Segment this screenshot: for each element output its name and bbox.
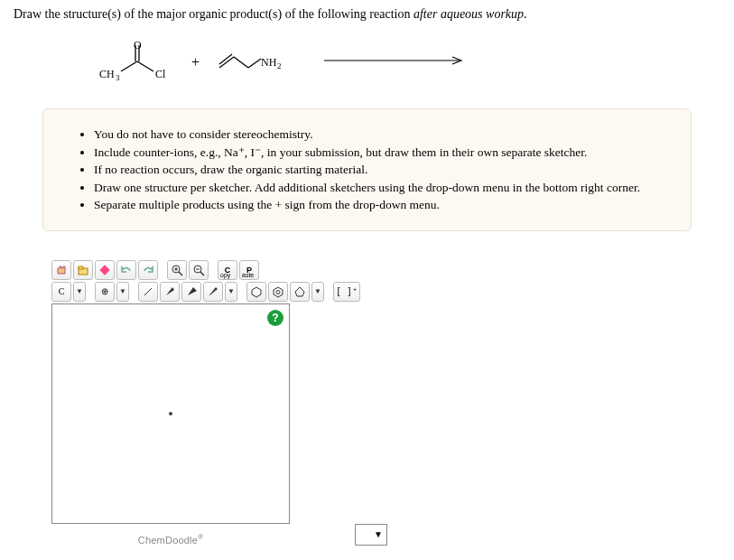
svg-text:2: 2 [277,61,282,70]
help-icon[interactable]: ? [267,310,283,326]
element-dropdown[interactable]: ▼ [73,282,86,302]
svg-text:CH: CH [99,68,115,80]
instructions-panel: You do not have to consider stereochemis… [42,108,692,231]
charge-dropdown[interactable]: ▼ [116,282,129,302]
benzene-icon[interactable] [246,282,266,302]
svg-line-4 [137,61,153,71]
svg-text:3: 3 [116,73,120,82]
chemdoodle-sketcher: Copy Paste C ▼ ⊕ ▼ ▼ ▼ [ ]⁺ ? ChemDoodle [51,260,720,546]
hash-wedge-icon[interactable] [203,282,223,302]
svg-line-10 [234,57,248,68]
drawing-canvas[interactable]: ? [51,303,290,524]
paste-button[interactable]: Paste [239,260,259,280]
svg-line-28 [209,294,211,295]
chemdoodle-brand: ChemDoodle® [51,533,290,546]
instruction-item: Include counter-ions, e.g., Na⁺, I⁻, in … [94,144,665,162]
bond-dropdown[interactable]: ▼ [225,282,237,302]
svg-line-30 [213,290,215,292]
instruction-item: You do not have to consider stereochemis… [94,126,665,144]
charge-button[interactable]: ⊕ [95,282,115,302]
reactant-acetyl-chloride: O CH 3 Cl [99,42,175,83]
instruction-item: Draw one structure per sketcher. Add add… [94,179,665,197]
svg-marker-32 [252,287,261,297]
svg-marker-27 [188,287,197,295]
question-italic: after aqueous workup [413,7,524,21]
toolbar-row-1: Copy Paste [51,260,720,280]
question-suffix: . [524,7,527,21]
redo-tool-icon[interactable] [138,260,158,280]
svg-line-19 [179,272,182,275]
reaction-plus: + [191,54,200,70]
solid-wedge-icon[interactable] [181,282,201,302]
undo-tool-icon[interactable] [116,260,136,280]
add-sketcher-dropdown[interactable]: ▼ [355,524,387,546]
svg-rect-17 [99,265,109,275]
copy-button[interactable]: Copy [218,260,237,280]
bracket-charge-button[interactable]: [ ]⁺ [333,282,360,302]
toolbar-row-2: C ▼ ⊕ ▼ ▼ ▼ [ ]⁺ [51,282,720,302]
reaction-equation: O CH 3 Cl + NH 2 [99,42,720,83]
svg-line-29 [211,292,213,294]
zoom-out-icon[interactable] [189,260,209,280]
wedge-bond-icon[interactable] [160,282,180,302]
reaction-arrow [324,55,469,70]
svg-line-23 [200,272,204,275]
single-bond-icon[interactable] [138,282,158,302]
instruction-item: Separate multiple products using the + s… [94,196,665,214]
svg-line-11 [248,59,261,68]
cyclopentane-icon[interactable] [290,282,310,302]
instruction-item: If no reaction occurs, draw the organic … [94,161,665,179]
svg-text:Cl: Cl [155,68,166,80]
svg-line-25 [144,288,152,295]
canvas-center-dot [169,412,172,415]
svg-point-34 [276,290,280,294]
erase-tool-icon[interactable] [95,260,115,280]
element-button[interactable]: C [51,282,71,302]
svg-text:NH: NH [261,56,277,69]
question-text: Draw the structure(s) of the major organ… [14,7,720,22]
move-tool-icon[interactable] [51,260,71,280]
svg-marker-33 [274,287,283,297]
question-prefix: Draw the structure(s) of the major organ… [14,7,413,21]
svg-line-31 [215,288,217,290]
svg-line-3 [121,61,137,71]
reactant-allylamine: NH 2 [216,48,288,77]
cyclohexane-icon[interactable] [268,282,288,302]
open-tool-icon[interactable] [73,260,93,280]
ring-dropdown[interactable]: ▼ [311,282,324,302]
svg-rect-16 [79,266,83,269]
svg-text:O: O [134,42,142,51]
zoom-in-icon[interactable] [167,260,187,280]
svg-marker-26 [166,287,174,295]
svg-marker-35 [295,287,304,296]
